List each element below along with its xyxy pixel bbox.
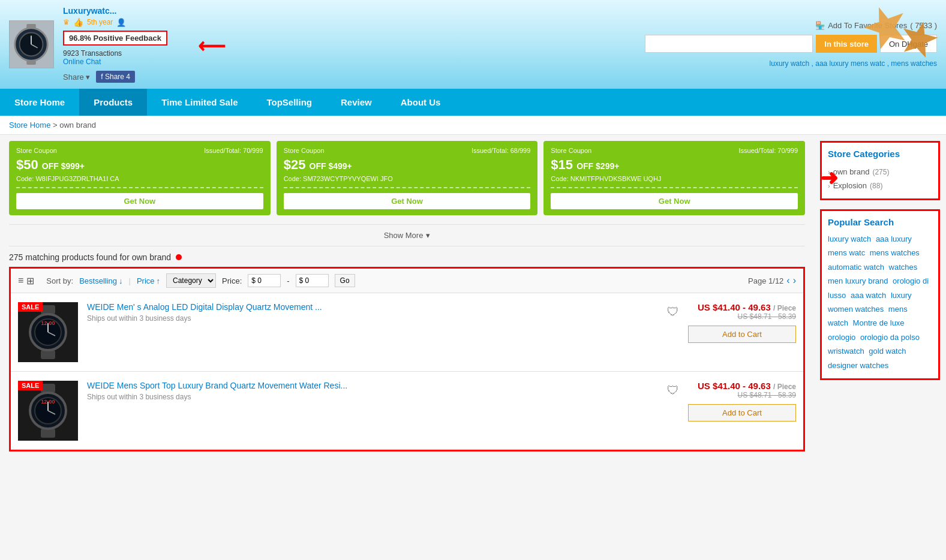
product-1-shield-icon: 🛡: [667, 305, 679, 319]
show-more-button[interactable]: Show More ▾: [9, 224, 805, 246]
category-own-brand[interactable]: › own brand (275): [828, 165, 932, 179]
next-page-button[interactable]: ›: [793, 275, 796, 286]
sort-bestselling[interactable]: Bestselling ↓: [79, 276, 122, 285]
coupon-2-amount: $25 OFF $499+: [284, 157, 531, 173]
pop-tag-1[interactable]: luxury watch: [828, 234, 871, 243]
sort-by-label: Sort by:: [46, 276, 73, 285]
category-explosion[interactable]: › Explosion (88): [828, 179, 932, 192]
coupon-3-code: Code: NKMITFPHVDKSBKWE UQHJ: [551, 175, 798, 182]
add-to-cart-button-2[interactable]: Add to Cart: [688, 404, 796, 421]
pop-tag-15[interactable]: designer watches: [828, 361, 888, 370]
product-1-title[interactable]: WEIDE Men' s Analog LED Digital Display …: [87, 302, 658, 312]
add-to-cart-button-1[interactable]: Add to Cart: [688, 326, 796, 343]
products-found: 275 matching products found for own bran…: [9, 252, 805, 262]
nav-time-limited-sale[interactable]: Time Limited Sale: [147, 89, 252, 116]
svg-rect-10: [41, 305, 55, 314]
price-to-input[interactable]: [296, 274, 329, 287]
category-dropdown[interactable]: Category: [166, 273, 216, 288]
navigation-bar: Store Home Products Time Limited Sale To…: [0, 89, 946, 116]
product-1-thumbnail: SALE 12:00: [18, 302, 78, 362]
pop-tag-4[interactable]: automatic watch: [828, 263, 884, 272]
pop-tag-3[interactable]: mens watches: [870, 248, 920, 257]
coupon-3: Store Coupon Issued/Total: 70/999 $15 OF…: [543, 141, 805, 215]
page-info: Page 1/12: [748, 276, 783, 285]
search-input[interactable]: [645, 35, 813, 53]
breadcrumb-current: own brand: [59, 121, 96, 130]
coupon-3-label: Store Coupon: [551, 147, 591, 154]
product-list-container: ≡ ⊞ Sort by: Bestselling ↓ | Price ↑ Cat…: [9, 267, 805, 451]
sort-price[interactable]: Price ↑: [137, 276, 160, 285]
svg-marker-7: [859, 0, 912, 52]
pop-tag-7[interactable]: aaa watch: [851, 291, 886, 300]
table-row: SALE 12:00: [11, 293, 803, 372]
svg-marker-8: [897, 17, 941, 59]
product-2-shield-icon: 🛡: [667, 384, 679, 398]
list-view-icon[interactable]: ≡: [18, 275, 23, 287]
grid-view-icon[interactable]: ⊞: [26, 275, 34, 287]
show-more-label: Show More: [384, 231, 424, 240]
coupon-1-code: Code: W8IFJPUG3ZDRLTHA1I CA: [16, 175, 263, 182]
price-label: Price:: [222, 276, 242, 285]
pop-tag-10[interactable]: Montre de luxe: [853, 318, 905, 327]
coupon-3-issued: Issued/Total: 70/999: [739, 147, 798, 154]
coupon-1-get-btn[interactable]: Get Now: [16, 193, 263, 209]
share-label: Share: [63, 73, 84, 82]
coupon-1: Store Coupon Issued/Total: 70/999 $50 OF…: [9, 141, 271, 215]
prev-page-button[interactable]: ‹: [786, 275, 789, 286]
table-row: SALE 12:00: [11, 372, 803, 450]
product-2-title[interactable]: WEIDE Mens Sport Top Luxury Brand Quartz…: [87, 381, 658, 390]
nav-topselling[interactable]: TopSelling: [252, 89, 326, 116]
product-2-original-price: US $48.71 - 58.39: [688, 391, 796, 399]
price-go-button[interactable]: Go: [335, 274, 355, 287]
product-2-ships: Ships out within 3 business days: [87, 393, 658, 401]
coupon-1-amount: $50 OFF $999+: [16, 157, 263, 173]
nav-about-us[interactable]: About Us: [386, 89, 455, 116]
store-name: Luxurywatc...: [63, 6, 636, 16]
product-1-original-price: US $48.71 - 58.39: [688, 312, 796, 321]
breadcrumb-home[interactable]: Store Home: [9, 121, 50, 130]
product-1-details: WEIDE Men' s Analog LED Digital Display …: [87, 302, 658, 323]
coupon-1-label: Store Coupon: [16, 147, 57, 154]
product-2-thumbnail: SALE 12:00: [18, 381, 78, 441]
sidebar: Store Categories › own brand (275) › Exp…: [814, 135, 946, 457]
nav-store-home[interactable]: Store Home: [0, 89, 79, 116]
product-1-ships: Ships out within 3 business days: [87, 314, 658, 323]
coupon-2-issued: Issued/Total: 68/999: [472, 147, 530, 154]
coupon-3-get-btn[interactable]: Get Now: [551, 193, 798, 209]
products-count-text: 275 matching products found for own bran…: [9, 252, 171, 262]
svg-rect-11: [41, 350, 55, 359]
coupons-section: Store Coupon Issued/Total: 70/999 $50 OF…: [9, 141, 805, 215]
coupon-2-get-btn[interactable]: Get Now: [284, 193, 531, 209]
svg-rect-5: [26, 24, 36, 29]
transactions: 9923 Transactions: [63, 49, 122, 58]
store-categories-title: Store Categories: [828, 149, 932, 159]
sale-badge-1: SALE: [18, 302, 43, 312]
fb-share-button[interactable]: f Share 4: [96, 71, 135, 83]
price-from-input[interactable]: [248, 274, 281, 287]
coupon-2: Store Coupon Issued/Total: 68/999 $25 OF…: [277, 141, 538, 215]
popular-tags: luxury watch aaa luxury mens watc mens w…: [828, 232, 932, 372]
category-explosion-count: (88): [870, 182, 882, 190]
crown-icon: ♛: [63, 18, 70, 26]
pop-tag-13[interactable]: wristwatch: [828, 347, 864, 356]
breadcrumb: Store Home > own brand: [0, 116, 946, 135]
starfish-decoration: [826, 0, 946, 89]
nav-review[interactable]: Review: [326, 89, 386, 116]
sort-bar: ≡ ⊞ Sort by: Bestselling ↓ | Price ↑ Cat…: [11, 269, 803, 293]
price-dash: -: [287, 276, 289, 285]
store-year: 5th year: [87, 18, 113, 26]
feedback-box: 96.8% Positive Feedback: [63, 31, 167, 46]
online-chat-link[interactable]: Online Chat: [63, 58, 636, 66]
popular-search-title: Popular Search: [828, 217, 932, 227]
nav-products[interactable]: Products: [79, 89, 147, 116]
share-button[interactable]: Share ▾: [63, 73, 90, 82]
coupon-2-label: Store Coupon: [284, 147, 325, 154]
breadcrumb-separator: >: [53, 121, 59, 130]
fb-icon: f: [101, 73, 103, 81]
coupon-3-amount: $15 OFF $299+: [551, 157, 798, 173]
pop-tag-14[interactable]: gold watch: [869, 347, 906, 356]
pop-tag-12[interactable]: orologio da polso: [860, 333, 920, 342]
pop-tag-11[interactable]: orologio: [828, 333, 855, 342]
person-icon: 👤: [116, 18, 126, 27]
feedback-pct: 96.8%: [69, 34, 91, 43]
